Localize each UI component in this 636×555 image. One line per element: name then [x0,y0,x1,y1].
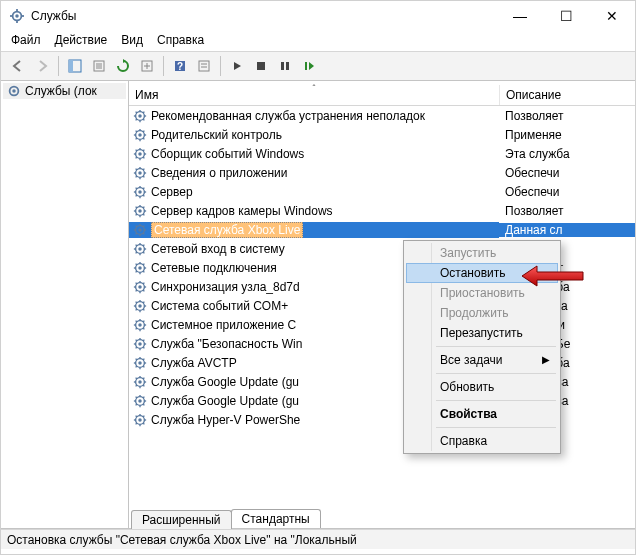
menubar: Файл Действие Вид Справка [1,31,635,51]
svg-line-140 [136,320,137,321]
svg-line-170 [136,377,137,378]
svg-point-175 [138,399,142,403]
svg-line-142 [136,328,137,329]
svg-line-112 [136,271,137,272]
service-name: Сведения о приложении [151,166,287,180]
service-name: Сетевые подключения [151,261,277,275]
restart-service-button[interactable] [298,55,320,77]
svg-line-31 [143,119,144,120]
table-row[interactable]: Сборщик событий WindowsЭта служба [129,144,635,163]
pause-service-button[interactable] [274,55,296,77]
gear-icon [133,128,147,142]
refresh-button[interactable] [112,55,134,77]
svg-line-70 [136,187,137,188]
svg-line-52 [136,157,137,158]
cm-help[interactable]: Справка [406,431,558,451]
svg-line-102 [136,252,137,253]
gear-icon [133,394,147,408]
cm-restart[interactable]: Перезапустить [406,323,558,343]
service-name: Служба Google Update (gu [151,375,299,389]
table-row[interactable]: Сведения о приложенииОбеспечи [129,163,635,182]
menu-action[interactable]: Действие [55,33,108,47]
svg-line-51 [143,157,144,158]
svg-line-72 [136,195,137,196]
svg-point-95 [138,247,142,251]
column-desc[interactable]: Описание [499,85,635,105]
cm-all-tasks[interactable]: Все задачи ▶ [406,350,558,370]
start-service-button[interactable] [226,55,248,77]
gear-icon [133,204,147,218]
properties2-button[interactable] [193,55,215,77]
table-row[interactable]: Сервер кадров камеры WindowsПозволяет [129,201,635,220]
forward-button[interactable] [31,55,53,77]
tab-standard[interactable]: Стандартны [231,509,321,528]
svg-text:?: ? [177,61,183,72]
service-name: Синхронизация узла_8d7d [151,280,300,294]
list-header: ˆ Имя Описание [129,81,635,106]
menu-help[interactable]: Справка [157,33,204,47]
maximize-button[interactable]: ☐ [543,1,589,31]
service-desc: Применяе [499,128,635,142]
window-title: Службы [31,9,497,23]
gear-icon [133,337,147,351]
svg-line-173 [143,377,144,378]
menu-view[interactable]: Вид [121,33,143,47]
cm-stop[interactable]: Остановить [406,263,558,283]
help-button[interactable]: ? [169,55,191,77]
close-button[interactable]: ✕ [589,1,635,31]
service-name: Сервер кадров камеры Windows [151,204,333,218]
service-desc: Обеспечи [499,166,635,180]
properties-button[interactable] [88,55,110,77]
column-name[interactable]: ˆ Имя [129,85,499,105]
service-name: Системное приложение С [151,318,296,332]
svg-line-160 [136,358,137,359]
svg-line-132 [136,309,137,310]
svg-line-182 [136,404,137,405]
svg-point-85 [138,228,142,232]
cm-properties[interactable]: Свойства [406,404,558,424]
svg-line-100 [136,244,137,245]
gear-icon [133,109,147,123]
svg-rect-20 [286,62,289,70]
sort-asc-icon: ˆ [313,83,316,93]
svg-line-191 [143,423,144,424]
svg-line-171 [143,385,144,386]
svg-line-192 [136,423,137,424]
menu-file[interactable]: Файл [11,33,41,47]
gear-icon [133,242,147,256]
svg-point-145 [138,342,142,346]
svg-line-143 [143,320,144,321]
show-hide-tree-button[interactable] [64,55,86,77]
svg-line-33 [143,111,144,112]
table-row[interactable]: Родительский контрольПрименяе [129,125,635,144]
list-body[interactable]: Рекомендованная служба устранения непола… [129,106,635,505]
tree-root-item[interactable]: Службы (лок [3,83,126,99]
tree-root-label: Службы (лок [25,84,97,98]
svg-rect-15 [199,61,209,71]
back-button[interactable] [7,55,29,77]
main-area: Службы (лок ˆ Имя Описание Рекомендованн… [1,81,635,529]
table-row[interactable]: Рекомендованная служба устранения непола… [129,106,635,125]
cm-refresh[interactable]: Обновить [406,377,558,397]
view-tabs: Расширенный Стандартны [129,505,635,528]
cm-pause: Приостановить [406,283,558,303]
table-row[interactable]: СерверОбеспечи [129,182,635,201]
svg-rect-7 [69,60,73,72]
svg-line-163 [143,358,144,359]
svg-point-1 [15,14,19,18]
export-button[interactable] [136,55,158,77]
service-name: Служба "Безопасность Win [151,337,302,351]
svg-line-172 [136,385,137,386]
column-name-label: Имя [135,88,158,102]
tab-extended[interactable]: Расширенный [131,510,232,529]
service-desc: Эта служба [499,147,635,161]
minimize-button[interactable]: — [497,1,543,31]
svg-point-23 [12,89,16,93]
svg-line-42 [136,138,137,139]
svg-line-161 [143,366,144,367]
table-row[interactable]: Сетевая служба Xbox LiveДанная сл [129,220,635,239]
toolbar: ? [1,51,635,81]
tree-pane[interactable]: Службы (лок [1,81,129,528]
cm-resume: Продолжить [406,303,558,323]
stop-service-button[interactable] [250,55,272,77]
